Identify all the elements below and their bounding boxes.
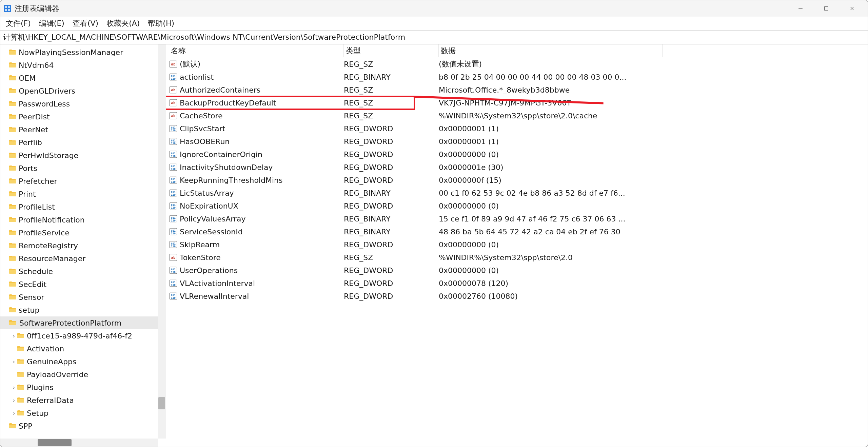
tree-item[interactable]: PeerDist bbox=[0, 110, 166, 123]
list-row[interactable]: TokenStoreREG_SZ%WINDIR%\System32\spp\st… bbox=[166, 251, 868, 264]
tree-item[interactable]: ›Setup bbox=[0, 407, 166, 420]
list-row[interactable]: LicStatusArrayREG_BINARY00 c1 f0 62 53 9… bbox=[166, 187, 868, 199]
tree-item[interactable]: Perflib bbox=[0, 136, 166, 149]
list-row[interactable]: IgnoreContainerOriginREG_DWORD0x00000000… bbox=[166, 148, 868, 161]
tree-h-scroll-thumb[interactable] bbox=[38, 439, 72, 446]
list-row[interactable]: HasOOBERunREG_DWORD0x00000001 (1) bbox=[166, 135, 868, 148]
tree-item[interactable]: PeerNet bbox=[0, 123, 166, 136]
tree-item[interactable]: OpenGLDrivers bbox=[0, 84, 166, 97]
col-header-name[interactable]: 名称 bbox=[169, 44, 344, 57]
value-type: REG_DWORD bbox=[344, 240, 439, 249]
minimize-icon bbox=[798, 6, 803, 11]
minimize-button[interactable] bbox=[788, 0, 813, 17]
tree-v-scroll-thumb[interactable] bbox=[158, 397, 165, 409]
tree-v-scrollbar[interactable] bbox=[158, 44, 166, 439]
value-data: 0x00000000 (0) bbox=[439, 266, 868, 275]
tree-item-label: Ports bbox=[19, 164, 37, 173]
list-row[interactable]: VLRenewalIntervalREG_DWORD0x00002760 (10… bbox=[166, 290, 868, 303]
value-type: REG_SZ bbox=[344, 60, 439, 69]
menu-help[interactable]: 帮助(H) bbox=[148, 18, 174, 28]
list-header: 名称 类型 数据 bbox=[166, 44, 868, 58]
list-row[interactable]: BackupProductKeyDefaultREG_SZVK7JG-NPHTM… bbox=[166, 96, 868, 109]
folder-icon bbox=[8, 177, 17, 185]
tree-item[interactable]: ResourceManager bbox=[0, 252, 166, 265]
tree-item[interactable]: Prefetcher bbox=[0, 175, 166, 188]
tree-item[interactable]: PayloadOverride bbox=[0, 368, 166, 381]
expand-icon[interactable]: › bbox=[11, 333, 17, 339]
list-row[interactable]: (默认)REG_SZ(数值未设置) bbox=[166, 58, 868, 71]
binary-value-icon bbox=[169, 73, 178, 81]
col-header-data[interactable]: 数据 bbox=[439, 44, 663, 57]
expand-icon[interactable]: › bbox=[11, 384, 17, 391]
expand-icon[interactable]: › bbox=[11, 397, 17, 404]
key-tree[interactable]: NowPlayingSessionManagerNtVdm64OEMOpenGL… bbox=[0, 44, 166, 447]
list-row[interactable]: CacheStoreREG_SZ%WINDIR%\System32\spp\st… bbox=[166, 109, 868, 122]
tree-item[interactable]: SecEdit bbox=[0, 278, 166, 291]
tree-item[interactable]: Print bbox=[0, 188, 166, 200]
list-row[interactable]: ClipSvcStartREG_DWORD0x00000001 (1) bbox=[166, 122, 868, 135]
menu-file[interactable]: 文件(F) bbox=[6, 18, 31, 28]
list-row[interactable]: PolicyValuesArrayREG_BINARY15 ce f1 0f 8… bbox=[166, 212, 868, 225]
tree-item-label: Activation bbox=[27, 345, 64, 353]
tree-item[interactable]: Sensor bbox=[0, 291, 166, 304]
close-button[interactable] bbox=[839, 0, 865, 17]
expand-icon[interactable]: › bbox=[11, 410, 17, 416]
titlebar[interactable]: 注册表编辑器 bbox=[0, 0, 868, 17]
list-row[interactable]: UserOperationsREG_DWORD0x00000000 (0) bbox=[166, 264, 868, 277]
tree-h-scrollbar[interactable] bbox=[0, 439, 158, 447]
tree-item[interactable]: ›0ff1ce15-a989-479d-af46-f2 bbox=[0, 329, 166, 342]
list-row[interactable]: InactivityShutdownDelayREG_DWORD0x000000… bbox=[166, 161, 868, 174]
value-name: CacheStore bbox=[180, 112, 223, 120]
folder-icon bbox=[8, 216, 17, 224]
tree-item[interactable]: ›ReferralData bbox=[0, 394, 166, 407]
binary-value-icon bbox=[169, 124, 178, 133]
tree-item[interactable]: ProfileList bbox=[0, 200, 166, 213]
value-data: 0x00000000 (0) bbox=[439, 202, 868, 210]
list-row[interactable]: ServiceSessionIdREG_BINARY48 86 ba 5b 64… bbox=[166, 225, 868, 238]
folder-icon bbox=[8, 319, 17, 327]
list-row[interactable]: SkipRearmREG_DWORD0x00000000 (0) bbox=[166, 238, 868, 251]
tree-item[interactable]: setup bbox=[0, 304, 166, 316]
tree-item[interactable]: ProfileService bbox=[0, 226, 166, 239]
tree-item[interactable]: ProfileNotification bbox=[0, 213, 166, 226]
menu-favorites[interactable]: 收藏夹(A) bbox=[106, 18, 140, 28]
tree-item[interactable]: Activation bbox=[0, 342, 166, 355]
list-row[interactable]: VLActivationIntervalREG_DWORD0x00000078 … bbox=[166, 277, 868, 290]
binary-value-icon bbox=[169, 240, 178, 249]
tree-item[interactable]: SoftwareProtectionPlatform bbox=[0, 316, 166, 329]
addressbar[interactable]: 计算机\HKEY_LOCAL_MACHINE\SOFTWARE\Microsof… bbox=[0, 30, 868, 44]
tree-item[interactable]: ›Plugins bbox=[0, 381, 166, 394]
value-data: %WINDIR%\System32\spp\store\2.0\cache bbox=[439, 112, 868, 120]
list-row[interactable]: NoExpirationUXREG_DWORD0x00000000 (0) bbox=[166, 199, 868, 212]
menu-edit[interactable]: 编辑(E) bbox=[39, 18, 64, 28]
value-data: 0x00002760 (10080) bbox=[439, 292, 868, 300]
tree-item[interactable]: NtVdm64 bbox=[0, 59, 166, 72]
maximize-button[interactable] bbox=[813, 0, 839, 17]
tree-item[interactable]: Ports bbox=[0, 162, 166, 175]
value-name: ServiceSessionId bbox=[180, 228, 243, 236]
address-text[interactable]: 计算机\HKEY_LOCAL_MACHINE\SOFTWARE\Microsof… bbox=[0, 32, 408, 42]
value-type: REG_DWORD bbox=[344, 279, 439, 288]
tree-item[interactable]: NowPlayingSessionManager bbox=[0, 46, 166, 59]
tree-item[interactable]: OEM bbox=[0, 72, 166, 84]
col-header-type[interactable]: 类型 bbox=[344, 44, 439, 57]
tree-item[interactable]: PerHwIdStorage bbox=[0, 149, 166, 162]
list-row[interactable]: KeepRunningThresholdMinsREG_DWORD0x00000… bbox=[166, 174, 868, 187]
values-list[interactable]: 名称 类型 数据 (默认)REG_SZ(数值未设置)actionlistREG_… bbox=[166, 44, 868, 447]
expand-icon[interactable]: › bbox=[11, 358, 17, 365]
binary-value-icon bbox=[169, 227, 178, 236]
tree-item-label: PeerDist bbox=[19, 113, 50, 121]
tree-item[interactable]: SPP bbox=[0, 420, 166, 432]
value-name: PolicyValuesArray bbox=[180, 215, 245, 223]
tree-item[interactable]: ›GenuineApps bbox=[0, 355, 166, 368]
list-row[interactable]: AuthorizedContainersREG_SZMicrosoft.Offi… bbox=[166, 83, 868, 96]
list-row[interactable]: actionlistREG_BINARYb8 0f 2b 25 04 00 00… bbox=[166, 71, 868, 83]
tree-item[interactable]: Schedule bbox=[0, 265, 166, 278]
folder-icon bbox=[17, 396, 25, 404]
tree-item[interactable]: PasswordLess bbox=[0, 97, 166, 110]
tree-item-label: ProfileNotification bbox=[19, 216, 85, 224]
folder-icon bbox=[8, 267, 17, 275]
menu-view[interactable]: 查看(V) bbox=[73, 18, 98, 28]
list-body: (默认)REG_SZ(数值未设置)actionlistREG_BINARYb8 … bbox=[166, 58, 868, 303]
tree-item[interactable]: RemoteRegistry bbox=[0, 239, 166, 252]
